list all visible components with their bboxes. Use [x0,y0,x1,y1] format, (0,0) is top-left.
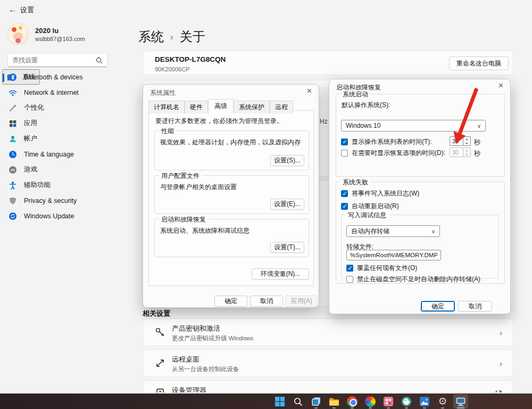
spin-down-icon: ▼ [463,152,470,157]
device-name: DESKTOP-L7G8CQN [155,55,226,63]
taskbar-photos-button[interactable] [417,394,432,408]
startup-recovery-dialog: 启动和故障恢复 × 系统启动 默认操作系统(S): Windows 10 ∨ 显… [329,79,511,314]
remote-desktop-icon [155,358,165,369]
sidebar-item-label: Privacy & security [24,197,77,204]
sidebar-item-label: 个性化 [24,103,44,112]
chevron-down-icon: ∨ [431,228,435,234]
show-os-list-value[interactable] [450,136,463,146]
windows-start-icon [275,397,285,406]
sidebar-item-label: Bluetooth & devices [24,73,83,81]
tab-remote[interactable]: 远程 [270,101,293,113]
taskbar-paint-app-button[interactable] [399,394,414,408]
device-model: 90K20006CP [155,66,189,72]
taskbar-taskview-button[interactable] [309,394,323,408]
group-legend: 写入调试信息 [346,211,388,220]
show-os-list-checkbox[interactable] [341,138,348,145]
auto-restart-checkbox[interactable] [341,203,348,210]
default-os-select[interactable]: Windows 10 ∨ [341,120,486,132]
search-input[interactable] [12,56,96,64]
device-card: DESKTOP-L7G8CQN 90K20006CP 重命名这台电脑 [143,51,513,75]
chevron-right-icon: › [500,328,502,337]
write-event-checkbox[interactable] [341,190,348,197]
close-icon[interactable]: × [498,81,503,90]
overwrite-label: 覆盖任何现有文件(O) [357,264,417,273]
sidebar-item-label: 帐户 [24,134,37,143]
system-properties-dialog: 系统属性 × 计算机名硬件高级系统保护远程 要进行大多数更改，你必须作为管理员登… [143,84,319,308]
color-wheel-icon [365,396,376,407]
ok-button[interactable]: 确定 [214,296,247,307]
sidebar-item-gaming[interactable]: 游戏 [2,162,120,177]
palette-icon [401,396,412,407]
tab-advanced[interactable]: 高级 [208,99,234,113]
environment-variables-button[interactable]: 环境变量(N)... [252,268,309,280]
profiles-settings-button[interactable]: 设置(E)... [270,199,304,210]
ok-button[interactable]: 确定 [421,301,455,312]
user-email: wslbb87@163.com [35,36,85,42]
taskbar-explorer-button[interactable] [327,394,342,408]
running-indicator [387,407,390,409]
show-recovery-spinner: ▲▼ [450,148,471,157]
related-settings-header: 相关设置 [143,309,170,318]
dump-type-select[interactable]: 自动内存转储 ∨ [346,225,440,237]
dump-type-value: 自动内存转储 [351,227,389,236]
tab-computer-name[interactable]: 计算机名 [148,101,185,113]
taskbar-chrome-button[interactable] [345,394,360,408]
sidebar-item-windows-update[interactable]: Windows Update [2,208,120,224]
no-delete-checkbox[interactable] [346,276,353,283]
taskbar-pink-app-button[interactable] [381,394,396,408]
back-icon[interactable]: ← [9,5,16,14]
sidebar-item-time-language[interactable]: Time & language [2,146,120,162]
breadcrumb-root[interactable]: 系统 [138,28,164,45]
sidebar-item-network[interactable]: Network & internet [2,85,120,100]
startup-desc: 系统启动、系统故障和调试信息 [160,226,250,235]
chevron-right-icon: › [500,359,502,368]
write-event-label: 将事件写入系统日志(W) [352,189,419,198]
rename-pc-button[interactable]: 重命名这台电脑 [449,56,509,70]
startup-settings-button[interactable]: 设置(T)... [270,242,304,253]
overwrite-checkbox[interactable] [346,265,353,272]
sidebar-item-privacy[interactable]: Privacy & security [2,193,120,208]
taskbar-settings-button[interactable]: ⚙ [435,394,450,408]
cancel-button[interactable]: 取消 [458,301,492,312]
tab-hardware[interactable]: 硬件 [185,101,208,113]
tab-strip: 计算机名硬件高级系统保护远程 [148,100,293,114]
taskbar-start-button[interactable] [272,394,287,408]
system-properties-icon [455,396,466,407]
search-box[interactable] [7,53,107,67]
group-legend: 系统失败 [340,178,370,187]
cancel-button[interactable]: 取消 [250,296,283,307]
tab-system-protection[interactable]: 系统保护 [234,101,270,113]
write-event-row: 将事件写入系统日志(W) [341,189,419,198]
sidebar-item-apps[interactable]: 应用 [2,116,120,131]
taskbar: ⚙ [0,392,532,409]
pink-app-icon [383,396,394,407]
close-icon[interactable]: × [307,87,312,95]
related-item-product-key[interactable]: 产品密钥和激活 更改产品密钥或升级 Windows › [143,318,513,346]
sidebar-item-accounts[interactable]: 帐户 [2,131,120,146]
seconds-unit: 秒 [474,149,480,158]
sidebar-item-label: 应用 [24,119,37,128]
search-icon [293,397,303,406]
sidebar-item-personalization[interactable]: 个性化 [2,100,120,116]
taskbar-color-wheel-app-button[interactable] [363,394,378,408]
performance-settings-button[interactable]: 设置(S)... [270,155,304,166]
update-icon [9,212,17,220]
no-delete-label: 禁止在磁盘空间不足时自动删除内存转储(A) [357,275,480,284]
sidebar-item-accessibility[interactable]: 辅助功能 [2,177,120,193]
show-recovery-label: 在需要时显示恢复选项的时间(D): [352,149,445,158]
avatar[interactable] [7,23,29,45]
startup-recovery-group: 启动和故障恢复 系统启动、系统故障和调试信息 设置(T)... [154,219,309,257]
sidebar-item-bluetooth[interactable]: Bluetooth & devices [2,69,120,85]
default-os-value: Windows 10 [346,122,380,129]
taskbar-search-button[interactable] [290,394,305,408]
related-item-remote-desktop[interactable]: 远程桌面 从另一台设备控制此设备 › [143,349,513,377]
auto-restart-row: 自动重新启动(R) [341,202,399,211]
sidebar-item-label: Windows Update [24,212,74,220]
taskbar-system-properties-button[interactable] [453,394,468,408]
dialog-title: 系统属性 [150,88,176,97]
dump-file-input[interactable] [346,250,441,260]
show-os-list-label: 显示操作系统列表的时间(T): [352,137,432,146]
show-recovery-checkbox[interactable] [341,150,348,157]
spin-up-icon[interactable]: ▲ [463,137,470,141]
spin-down-icon[interactable]: ▼ [463,141,470,145]
